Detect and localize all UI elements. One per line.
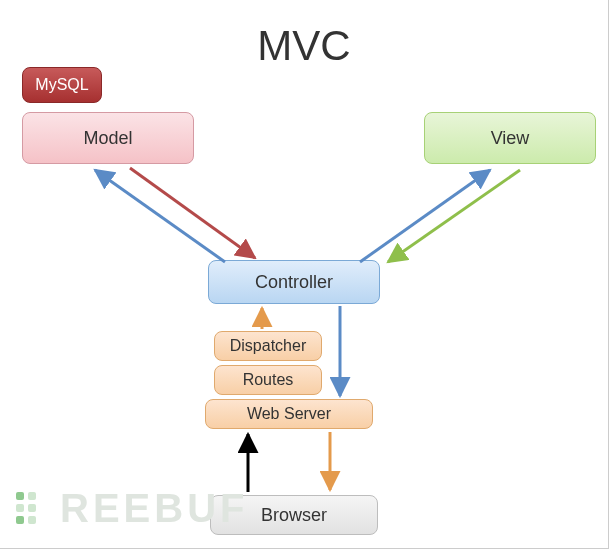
node-webserver: Web Server [205,399,373,429]
node-model: Model [22,112,194,164]
node-mysql: MySQL [22,67,102,103]
node-dispatcher: Dispatcher [214,331,322,361]
arrow-view-to-controller [388,170,520,262]
diagram-title: MVC [257,22,350,70]
arrow-controller-to-model [95,170,225,262]
watermark-logo-icon [16,492,50,526]
node-view: View [424,112,596,164]
node-controller: Controller [208,260,380,304]
node-routes: Routes [214,365,322,395]
watermark: REEBUF [16,486,248,531]
arrow-model-to-controller [130,168,255,258]
watermark-text: REEBUF [60,486,248,531]
arrow-controller-to-view [360,170,490,262]
